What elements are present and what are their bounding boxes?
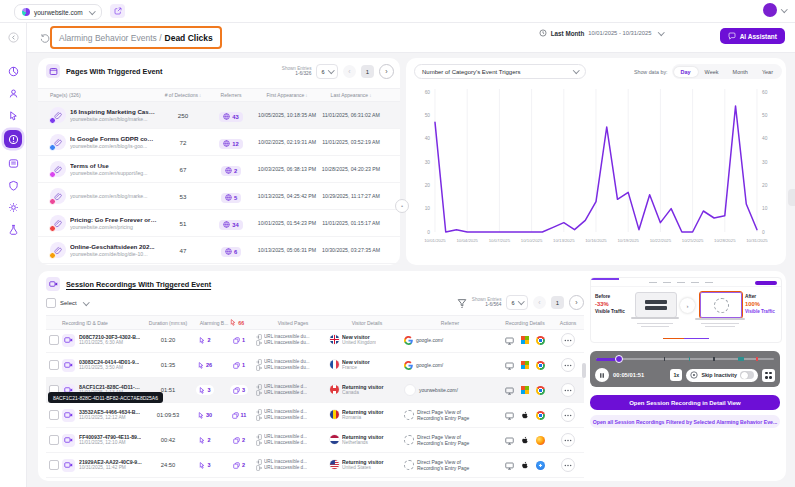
sidebar-item-visitors[interactable] bbox=[6, 86, 20, 100]
row-actions-button[interactable] bbox=[561, 383, 575, 397]
player-grid-button[interactable] bbox=[762, 369, 775, 382]
col-detections[interactable]: # of Detections↕ bbox=[158, 92, 208, 98]
sidebar-item-settings[interactable] bbox=[6, 200, 20, 214]
recording-row[interactable]: 03083C24-0414-4D01-9...11/01/2025, 3:50 … bbox=[46, 353, 584, 378]
sidebar-item-clicks[interactable] bbox=[6, 108, 20, 122]
sidebar-collapse-button[interactable] bbox=[6, 30, 20, 44]
pages-page-size-select[interactable]: 6 bbox=[316, 64, 338, 79]
sidebar-item-experiments[interactable] bbox=[6, 222, 20, 236]
open-detail-view-button[interactable]: Open Session Recording in Detail View bbox=[590, 395, 780, 410]
avatar[interactable] bbox=[763, 3, 777, 17]
edge-drag-handle[interactable] bbox=[788, 189, 795, 206]
select-dropdown[interactable]: Select bbox=[46, 298, 88, 308]
col-recording-details[interactable]: Recording Details bbox=[496, 320, 554, 326]
sidebar-item-dashboard[interactable] bbox=[6, 64, 20, 78]
pages-table-row[interactable]: Terms of Useyourwebsite.com/en/support/l… bbox=[38, 156, 400, 183]
recording-row[interactable]: FF400937-4790-4E11-89...11/01/2025, 12:1… bbox=[46, 428, 584, 453]
windows-icon bbox=[521, 361, 529, 369]
recording-id: 33532AE5-4466-4634-B... bbox=[79, 409, 140, 416]
col-last-appearance[interactable]: Last Appearance↕ bbox=[320, 92, 382, 98]
filter-funnel-icon[interactable] bbox=[457, 298, 467, 308]
pages-next-page-button[interactable]: › bbox=[379, 64, 394, 79]
row-checkbox[interactable] bbox=[49, 435, 59, 445]
row-actions-button[interactable] bbox=[561, 408, 575, 422]
col-alarming[interactable]: Alarming B... 66 bbox=[188, 319, 256, 326]
pages-table-row[interactable]: Pricing: Go Free Forever or C...yourwebs… bbox=[38, 210, 400, 237]
interval-week[interactable]: Week bbox=[698, 67, 726, 77]
interval-year[interactable]: Year bbox=[755, 67, 780, 77]
interval-day[interactable]: Day bbox=[674, 67, 698, 77]
player-scrubber[interactable] bbox=[596, 356, 774, 362]
visitor-type: Returning visitor bbox=[342, 384, 384, 391]
direct-view-icon bbox=[404, 435, 414, 445]
monitor-icon bbox=[505, 431, 514, 449]
detections-count: 47 bbox=[158, 247, 208, 254]
sidebar-item-recordings[interactable] bbox=[6, 156, 20, 170]
referrer-cell: yourwebsite.com/ bbox=[404, 384, 496, 396]
row-actions-button[interactable] bbox=[561, 333, 575, 347]
playback-speed-button[interactable]: 1x bbox=[670, 369, 682, 381]
skip-inactivity-toggle[interactable] bbox=[740, 371, 754, 379]
recording-details-cell bbox=[496, 331, 554, 349]
pages-count-cell: 2 bbox=[222, 435, 256, 445]
referrers-badge[interactable]: 2 bbox=[221, 166, 241, 176]
recordings-prev-page-button[interactable]: ‹ bbox=[533, 296, 546, 309]
recording-row[interactable]: D08C7210-30F3-4302-B...11/01/2025, 6:30 … bbox=[46, 328, 584, 353]
referrer-label: Direct Page View of Recording's Entry Pa… bbox=[417, 459, 487, 472]
pages-table-row[interactable]: 16 Inspiring Marketing Case ...yourwebsi… bbox=[38, 102, 400, 129]
open-all-recordings-link[interactable]: Open all Session Recordings Filtered by … bbox=[590, 415, 780, 428]
interval-month[interactable]: Month bbox=[726, 67, 755, 77]
col-actions[interactable]: Actions bbox=[554, 320, 582, 326]
col-duration[interactable]: Duration (mm:ss) bbox=[148, 320, 188, 326]
row-actions-button[interactable] bbox=[561, 458, 575, 472]
row-checkbox[interactable] bbox=[49, 410, 59, 420]
referrers-badge[interactable]: 5 bbox=[221, 193, 241, 203]
referrer-cell: Direct Page View of Recording's Entry Pa… bbox=[404, 459, 496, 472]
panel-toggle-handle[interactable]: • bbox=[395, 199, 409, 213]
col-referrers[interactable]: Referrers bbox=[208, 92, 254, 98]
col-referrer[interactable]: Referrer bbox=[404, 320, 496, 326]
panel-divider-handle[interactable] bbox=[582, 363, 586, 378]
recordings-next-page-button[interactable]: › bbox=[569, 295, 584, 310]
col-recording-id[interactable]: Recording ID & Date bbox=[62, 320, 148, 326]
duration-cell: 01:09:53 bbox=[148, 412, 188, 418]
col-pages[interactable]: Page(s) (326) bbox=[46, 92, 158, 98]
recordings-page-size-select[interactable]: 6 bbox=[506, 295, 528, 310]
col-first-appearance[interactable]: First Appearance↕ bbox=[254, 92, 320, 98]
sidebar-item-alarming-behavior-events[interactable] bbox=[4, 130, 22, 148]
direct-view-icon bbox=[404, 410, 414, 420]
row-checkbox[interactable] bbox=[49, 335, 59, 345]
referrers-badge[interactable]: 12 bbox=[219, 139, 242, 149]
pages-page-number[interactable]: 1 bbox=[361, 65, 374, 78]
avatar-chevron-icon[interactable] bbox=[781, 6, 787, 12]
recording-row[interactable]: 21929AE2-AA22-40C9-9...10/31/2025, 11:42… bbox=[46, 453, 584, 478]
row-checkbox[interactable] bbox=[49, 360, 59, 370]
row-checkbox[interactable] bbox=[49, 460, 59, 470]
scrubber-knob[interactable] bbox=[615, 355, 623, 363]
row-actions-button[interactable] bbox=[561, 433, 575, 447]
share-button[interactable] bbox=[110, 4, 125, 18]
pages-table-row[interactable]: Online-Geschäftsideen 202...yourwebsite.… bbox=[38, 237, 400, 264]
referrers-badge[interactable]: 34 bbox=[219, 220, 242, 230]
chart-metric-select[interactable]: Number of Category's Event Triggers bbox=[414, 64, 586, 79]
page-cell: Is Google Forms GDPR comp...yourwebsite.… bbox=[46, 134, 158, 150]
sidebar-item-feedback[interactable] bbox=[6, 178, 20, 192]
referrers-badge[interactable]: 43 bbox=[219, 112, 242, 122]
recording-row[interactable]: 33532AE5-4466-4634-B...11/01/2025, 12:12… bbox=[46, 403, 584, 428]
recordings-page-number[interactable]: 1 bbox=[551, 296, 564, 309]
ai-assistant-button[interactable]: AI Assistant bbox=[720, 28, 785, 44]
pause-button[interactable] bbox=[595, 368, 609, 382]
row-actions-button[interactable] bbox=[561, 358, 575, 372]
flag-uk-icon bbox=[330, 335, 339, 344]
pages-table-row[interactable]: yourwebsite.com/en/blog/marke...53510/13… bbox=[38, 183, 400, 210]
svg-text:30: 30 bbox=[762, 160, 768, 165]
col-visited-pages[interactable]: Visited Pages bbox=[256, 320, 330, 326]
col-visitor-details[interactable]: Visitor Details bbox=[330, 320, 404, 326]
site-selector[interactable]: yourwebsite.com bbox=[14, 4, 102, 20]
referrers-badge[interactable]: 6 bbox=[221, 247, 241, 257]
skip-inactivity-control[interactable]: Skip Inactivity bbox=[686, 369, 758, 382]
select-all-checkbox[interactable] bbox=[46, 298, 56, 308]
date-range-picker[interactable]: Last Month 10/01/2025 - 10/31/2025 bbox=[539, 29, 663, 37]
pages-table-row[interactable]: Is Google Forms GDPR comp...yourwebsite.… bbox=[38, 129, 400, 156]
pages-prev-page-button[interactable]: ‹ bbox=[343, 65, 356, 78]
